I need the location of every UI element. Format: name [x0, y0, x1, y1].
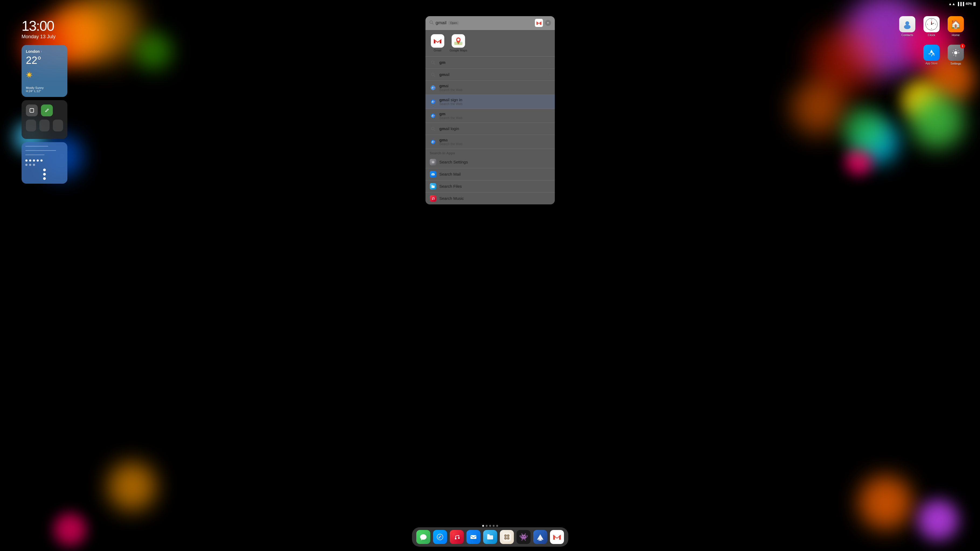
- spotlight-overlay: gmail Open ×: [0, 0, 392, 220]
- status-bar: ▲▲ ▐▐▐ 40% ▓: [0, 0, 392, 8]
